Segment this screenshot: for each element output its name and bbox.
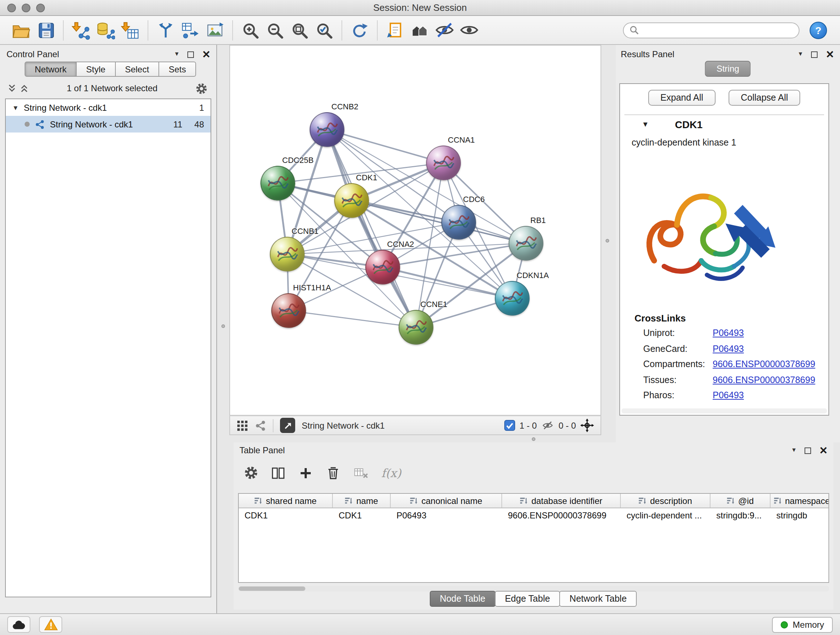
network-view-share-icon[interactable] <box>255 420 266 431</box>
table-panel-close-icon[interactable]: ✕ <box>819 445 828 455</box>
zoom-selected-button[interactable] <box>312 19 336 42</box>
network-node-hist1h1a[interactable] <box>271 293 306 328</box>
hide-selection-button[interactable] <box>432 19 456 42</box>
control-panel-close-icon[interactable]: ✕ <box>202 49 210 59</box>
tab-style[interactable]: Style <box>77 62 115 77</box>
network-from-table-button[interactable] <box>178 19 202 42</box>
network-node-ccna1[interactable] <box>426 146 461 180</box>
function-builder-icon[interactable]: f(x) <box>381 466 401 480</box>
import-network-file-button[interactable] <box>69 19 93 42</box>
collection-expander-icon[interactable]: ▼ <box>12 104 19 111</box>
delete-table-icon[interactable] <box>353 465 369 480</box>
memory-button[interactable]: Memory <box>772 616 833 632</box>
table-cell[interactable]: CDK1 <box>239 508 333 523</box>
right-splitter-handle[interactable] <box>606 239 609 242</box>
network-node-cdk1[interactable] <box>334 183 369 218</box>
network-node-cdc6[interactable] <box>441 205 476 240</box>
table-cell[interactable]: stringdb <box>771 508 829 523</box>
new-network-button[interactable] <box>153 19 178 42</box>
hidden-eye-icon[interactable] <box>541 420 554 431</box>
results-panel-float-icon[interactable] <box>812 51 818 57</box>
save-session-button[interactable] <box>33 19 58 42</box>
tab-sets[interactable]: Sets <box>159 62 196 77</box>
column-header-description[interactable]: description <box>621 494 711 508</box>
table-cell[interactable]: cyclin-dependent ... <box>621 508 711 523</box>
zoom-fit-button[interactable] <box>287 19 312 42</box>
bottom-splitter-handle[interactable] <box>532 437 535 441</box>
tab-edge-table[interactable]: Edge Table <box>495 591 561 607</box>
table-panel-menu-icon[interactable]: ▼ <box>791 448 797 453</box>
selected-checkbox-icon[interactable] <box>504 420 515 431</box>
network-node-ccne1[interactable] <box>399 310 433 345</box>
crosslink-genecard-link[interactable]: P06493 <box>713 344 744 354</box>
import-network-database-button[interactable] <box>93 19 118 42</box>
network-options-gear-icon[interactable] <box>195 82 208 95</box>
column-header-name[interactable]: name <box>333 494 391 508</box>
network-node-ccna2[interactable] <box>365 250 400 285</box>
show-columns-icon[interactable] <box>271 465 286 480</box>
minimize-window-button[interactable] <box>22 3 30 12</box>
refresh-button[interactable] <box>347 19 372 42</box>
network-edge[interactable] <box>289 310 416 327</box>
column-header-id[interactable]: @id <box>711 494 771 508</box>
network-row-selected[interactable]: String Network - cdk1 11 48 <box>6 116 210 133</box>
column-header-shared-name[interactable]: shared name <box>239 494 333 508</box>
tab-string[interactable]: String <box>705 61 751 77</box>
network-edge[interactable] <box>352 201 526 243</box>
home-button[interactable] <box>407 19 432 42</box>
expand-all-networks-icon[interactable] <box>7 82 17 94</box>
network-node-rb1[interactable] <box>508 226 543 261</box>
show-all-button[interactable] <box>456 19 481 42</box>
table-row[interactable]: CDK1 CDK1 P06493 9606.ENSP00000378699 cy… <box>239 508 829 523</box>
network-edge[interactable] <box>327 130 444 163</box>
gene-section-header[interactable]: ▼ CDK1 <box>624 114 824 133</box>
gene-expander-icon[interactable]: ▼ <box>642 120 649 128</box>
column-header-canonical-name[interactable]: canonical name <box>391 494 502 508</box>
table-cell[interactable]: CDK1 <box>333 508 391 523</box>
table-panel-float-icon[interactable] <box>805 447 812 454</box>
table-cell[interactable]: 9606.ENSP00000378699 <box>502 508 621 523</box>
add-column-icon[interactable] <box>298 465 313 480</box>
left-splitter-handle[interactable] <box>221 325 225 328</box>
column-header-namespace[interactable]: namespace <box>771 494 829 508</box>
network-edge[interactable] <box>383 267 512 298</box>
birds-eye-view-icon[interactable] <box>580 418 594 432</box>
network-edge[interactable] <box>287 130 327 254</box>
crosslink-uniprot-link[interactable]: P06493 <box>713 328 744 338</box>
results-scrollbar[interactable] <box>622 409 827 413</box>
results-panel-menu-icon[interactable]: ▼ <box>798 51 804 57</box>
network-view-canvas[interactable]: CCNB2CCNA1CDC25BCDK1CDC6RB1CCNB1CCNA2CDK… <box>229 45 601 416</box>
zoom-in-button[interactable] <box>238 19 263 42</box>
export-image-button[interactable] <box>202 19 227 42</box>
import-table-button[interactable] <box>118 19 142 42</box>
zoom-out-button[interactable] <box>263 19 287 42</box>
network-node-cdc25b[interactable] <box>261 166 295 201</box>
tab-network-table[interactable]: Network Table <box>559 591 637 607</box>
control-panel-float-icon[interactable] <box>188 51 194 57</box>
table-cell[interactable]: stringdb:9... <box>711 508 771 523</box>
tab-node-table[interactable]: Node Table <box>430 591 496 607</box>
table-cell[interactable]: P06493 <box>391 508 502 523</box>
document-button[interactable] <box>383 19 407 42</box>
network-node-ccnb2[interactable] <box>309 112 344 147</box>
help-button[interactable]: ? <box>810 21 827 39</box>
network-node-cdkn1a[interactable] <box>495 281 530 316</box>
expand-all-button[interactable]: Expand All <box>648 90 715 106</box>
network-edge[interactable] <box>327 130 416 327</box>
cloud-button[interactable] <box>7 616 30 633</box>
network-node-ccnb1[interactable] <box>270 237 305 272</box>
warnings-button[interactable] <box>39 616 62 633</box>
results-panel-close-icon[interactable]: ✕ <box>826 49 834 59</box>
column-header-database-identifier[interactable]: database identifier <box>502 494 621 508</box>
search-input[interactable] <box>643 25 793 35</box>
network-collection-row[interactable]: ▼ String Network - cdk1 1 <box>6 99 210 116</box>
tab-select[interactable]: Select <box>115 62 159 77</box>
control-panel-menu-icon[interactable]: ▼ <box>174 51 180 57</box>
delete-column-icon[interactable] <box>325 465 341 480</box>
tab-network[interactable]: Network <box>25 62 77 77</box>
table-options-gear-icon[interactable] <box>244 466 258 480</box>
crosslink-compartments-link[interactable]: 9606.ENSP00000378699 <box>713 359 815 369</box>
crosslink-pharos-link[interactable]: P06493 <box>713 390 744 401</box>
detach-view-button[interactable] <box>280 418 295 433</box>
collapse-all-networks-icon[interactable] <box>19 82 29 94</box>
